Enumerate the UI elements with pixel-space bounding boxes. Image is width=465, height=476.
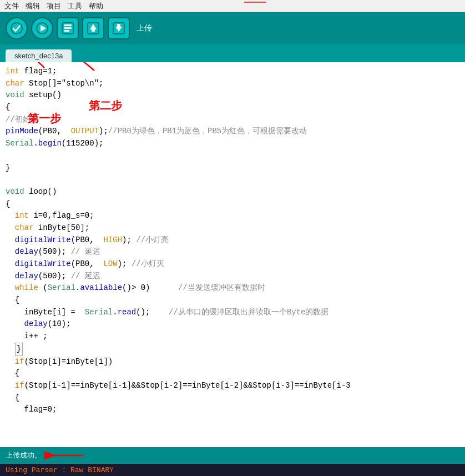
svg-rect-12 — [117, 24, 120, 27]
menu-file[interactable]: 文件 — [4, 1, 19, 11]
console-text: Using Parser : Raw BINARY — [6, 466, 114, 474]
new-sketch-button[interactable] — [57, 17, 79, 39]
menu-help[interactable]: 帮助 — [89, 1, 103, 11]
code-content: int flag=1; char Stop[]="stop\n"; void s… — [6, 66, 459, 416]
new-document-icon — [61, 22, 74, 35]
sketch-tab[interactable]: sketch_dec13a — [6, 49, 72, 62]
upload-icon — [87, 22, 100, 35]
svg-rect-4 — [64, 24, 72, 26]
toolbar: 上传 — [0, 12, 465, 44]
svg-rect-5 — [64, 27, 72, 29]
open-button[interactable] — [82, 17, 104, 39]
verify-button[interactable] — [6, 17, 28, 39]
arrow-right-icon — [36, 22, 48, 34]
upload-run-button[interactable] — [31, 17, 53, 39]
menu-bar: 文件 编辑 项目 工具 帮助 — [0, 0, 465, 12]
menu-edit[interactable]: 编辑 — [26, 1, 40, 11]
menu-tools[interactable]: 工具 — [68, 1, 82, 11]
save-button[interactable] — [108, 17, 130, 39]
svg-rect-6 — [64, 30, 69, 32]
download-icon — [112, 22, 125, 35]
status-message: 上传成功。 — [6, 450, 42, 460]
upload-label: 上传 — [137, 23, 152, 33]
status-bar: 上传成功。 — [0, 447, 465, 464]
status-arrow — [44, 449, 89, 462]
console-bar: Using Parser : Raw BINARY — [0, 464, 465, 476]
menu-project[interactable]: 项目 — [47, 1, 61, 11]
checkmark-icon — [11, 22, 23, 34]
code-editor[interactable]: int flag=1; char Stop[]="stop\n"; void s… — [0, 62, 465, 447]
svg-rect-9 — [92, 29, 95, 32]
tab-bar: sketch_dec13a — [0, 44, 465, 62]
